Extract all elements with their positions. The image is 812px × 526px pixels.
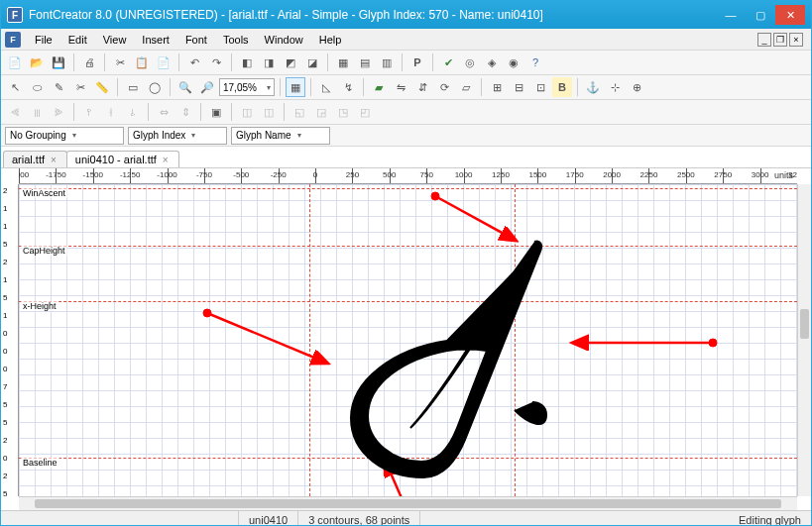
snap-b-icon[interactable]: ⊕ [627, 77, 646, 97]
minimize-button[interactable]: — [716, 5, 746, 25]
undo-icon[interactable]: ↶ [184, 53, 204, 72]
copy-icon[interactable]: 📋 [132, 53, 152, 72]
contour-icon[interactable]: ◺ [316, 77, 336, 97]
tool-g-icon[interactable]: ▥ [377, 53, 397, 72]
toolbar-drawing: ↖ ⬭ ✎ ✂ 📏 ▭ ◯ 🔍 🔎 17,05% ▦ ◺ ↯ ▰ ⇋ ⇵ ⟳ ▱… [1, 75, 811, 100]
menu-insert[interactable]: Insert [134, 32, 177, 48]
capheight-label: CapHeight [21, 246, 67, 256]
status-glyph: uni0410 [239, 511, 298, 526]
lasso-icon[interactable]: ⬭ [27, 77, 47, 97]
open-icon[interactable]: 📂 [27, 53, 47, 72]
align-top-icon: ⫯ [79, 102, 99, 122]
pointer-icon[interactable]: ↖ [5, 77, 25, 97]
tool-e-icon[interactable]: ▦ [333, 53, 353, 72]
menu-edit[interactable]: Edit [60, 32, 95, 48]
guide-b-icon[interactable]: ⊟ [509, 77, 528, 97]
direction-icon[interactable]: ↯ [338, 77, 358, 97]
svg-line-3 [207, 313, 326, 363]
ellipse-icon[interactable]: ◯ [145, 77, 165, 97]
svg-point-0 [431, 192, 439, 200]
mirror-v-icon[interactable]: ⇵ [412, 77, 432, 97]
guide-d-icon[interactable]: B [552, 77, 572, 97]
mdi-close-icon[interactable]: × [789, 33, 803, 47]
paste-icon[interactable]: 📄 [154, 53, 174, 72]
mdi-restore-icon[interactable]: ❐ [773, 33, 787, 47]
maximize-button[interactable]: ▢ [746, 5, 775, 25]
snap-a-icon[interactable]: ⊹ [605, 77, 625, 97]
grouping-combo[interactable]: No Grouping [5, 127, 124, 145]
tool-b-icon[interactable]: ◨ [259, 53, 279, 72]
anchor-icon[interactable]: ⚓ [583, 77, 603, 97]
tool-f-icon[interactable]: ▤ [355, 53, 375, 72]
filter-bar: No Grouping Glyph Index Glyph Name [1, 125, 811, 147]
baseline-label: Baseline [21, 458, 59, 468]
new-icon[interactable]: 📄 [5, 53, 25, 72]
redo-icon[interactable]: ↷ [206, 53, 226, 72]
print-icon[interactable]: 🖨 [79, 53, 99, 72]
editing-grid[interactable]: WinAscent CapHeight x-Height Baseline Wi… [19, 184, 797, 496]
group-b-icon: ◫ [259, 102, 279, 122]
dist-v-icon: ⇕ [175, 102, 195, 122]
menu-view[interactable]: View [95, 32, 135, 48]
field-combo[interactable]: Glyph Index [128, 127, 227, 145]
tool-p-icon[interactable]: P [407, 53, 427, 72]
help-icon[interactable]: ? [525, 53, 545, 72]
menu-help[interactable]: Help [311, 32, 350, 48]
mdi-minimize-icon[interactable]: _ [757, 33, 771, 47]
knife-icon[interactable]: ✂ [70, 77, 90, 97]
tool-d-icon[interactable]: ◪ [302, 53, 322, 72]
grid-icon[interactable]: ▦ [286, 77, 305, 97]
cut-icon[interactable]: ✂ [110, 53, 130, 72]
zoom-combo[interactable]: 17,05% [219, 78, 275, 96]
save-icon[interactable]: 💾 [49, 53, 68, 72]
menu-window[interactable]: Window [257, 32, 311, 48]
tool-h-icon[interactable]: ◎ [460, 53, 480, 72]
glyph-outline[interactable] [316, 232, 574, 479]
close-button[interactable]: ✕ [775, 5, 805, 25]
tab-label: arial.ttf [12, 154, 45, 165]
status-mode: Editing glyph [729, 511, 811, 526]
rect-icon[interactable]: ▭ [123, 77, 143, 97]
measure-icon[interactable]: 📏 [92, 77, 112, 97]
fill-icon[interactable]: ▰ [369, 77, 389, 97]
horizontal-scrollbar[interactable] [19, 496, 797, 510]
tab-label: uni0410 - arial.ttf [75, 154, 157, 165]
app-icon-small: F [5, 32, 21, 48]
titlebar: F FontCreator 8.0 (UNREGISTERED) - [aria… [1, 1, 811, 29]
winascent-label: WinAscent [21, 188, 67, 198]
order-b-icon: ◲ [311, 102, 331, 122]
tab-arial-ttf[interactable]: arial.ttf × [3, 151, 67, 167]
skew-icon[interactable]: ▱ [456, 77, 476, 97]
origin-line [309, 184, 310, 496]
zoom-in-icon[interactable]: 🔎 [197, 77, 217, 97]
ruler-horizontal: -2000-1750-1500-1250-1000-750-500-250025… [19, 168, 797, 184]
tool-j-icon[interactable]: ◉ [504, 53, 523, 72]
glyph-editor[interactable]: -2000-1750-1500-1250-1000-750-500-250025… [1, 168, 811, 510]
order-a-icon: ◱ [290, 102, 309, 122]
winascent-line [19, 188, 797, 189]
guide-c-icon[interactable]: ⊡ [530, 77, 550, 97]
tab-close-icon[interactable]: × [51, 155, 57, 165]
vertical-scrollbar[interactable] [797, 184, 811, 496]
check-icon[interactable]: ✔ [438, 53, 458, 72]
menu-tools[interactable]: Tools [215, 32, 257, 48]
order-d-icon: ◰ [355, 102, 375, 122]
menu-font[interactable]: Font [177, 32, 215, 48]
align-bot-icon: ⫰ [123, 102, 143, 122]
tab-close-icon[interactable]: × [163, 155, 169, 165]
align-mid-icon: ⫲ [101, 102, 121, 122]
menu-file[interactable]: File [27, 32, 60, 48]
svg-point-4 [709, 339, 717, 347]
pen-icon[interactable]: ✎ [49, 77, 68, 97]
tool-c-icon[interactable]: ◩ [281, 53, 300, 72]
canvas-center-icon[interactable]: ▣ [206, 102, 226, 122]
value-combo[interactable]: Glyph Name [231, 127, 330, 145]
tool-a-icon[interactable]: ◧ [237, 53, 257, 72]
guide-a-icon[interactable]: ⊞ [487, 77, 507, 97]
tool-i-icon[interactable]: ◈ [482, 53, 502, 72]
rotate-icon[interactable]: ⟳ [434, 77, 454, 97]
document-tabs: arial.ttf × uni0410 - arial.ttf × [1, 147, 811, 168]
tab-uni0410[interactable]: uni0410 - arial.ttf × [66, 151, 179, 167]
zoom-out-icon[interactable]: 🔍 [175, 77, 195, 97]
mirror-h-icon[interactable]: ⇋ [391, 77, 410, 97]
